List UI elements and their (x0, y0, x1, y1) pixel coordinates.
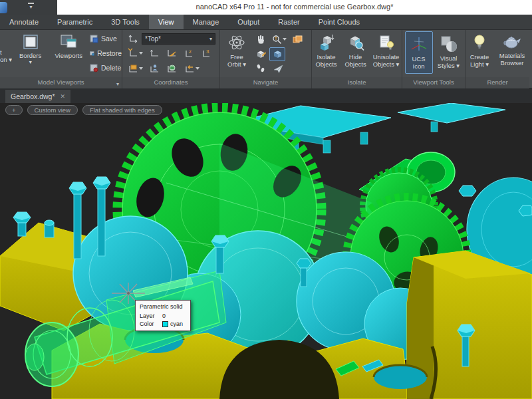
model-space-viewport[interactable]: + Custom view Flat shaded with edges (0, 103, 532, 399)
svg-text:3: 3 (206, 49, 209, 55)
ucs-arrow-icon (184, 63, 195, 74)
paper-plane-icon (273, 64, 283, 74)
tab-close-icon[interactable]: ✕ (61, 93, 66, 100)
ucs-3point-button[interactable]: 3 (198, 46, 215, 61)
group-label-viewport-tools[interactable]: Viewport Tools (402, 77, 465, 88)
ucs-view-icon (128, 63, 138, 74)
nanocad-window: ▾ nanoCAD x64 Pro 11 - not for commercia… (0, 0, 532, 399)
window-title: nanoCAD x64 Pro 11 - not for commercial … (57, 0, 532, 15)
ucs-icon-toggle-button[interactable]: UCS Icon (405, 31, 433, 74)
ucs-x-icon (128, 48, 138, 59)
restore-icon (90, 49, 94, 58)
visual-styles-button[interactable]: Visual Styles ▾ (435, 31, 463, 76)
viewport-configuration-button[interactable]: t on ▾ (0, 30, 12, 76)
ucs-object-button[interactable] (163, 46, 180, 61)
fly-button[interactable] (269, 61, 287, 76)
walk-3d-button[interactable] (252, 47, 269, 61)
hide-objects-button[interactable]: Hide Objects (342, 30, 369, 76)
zoom-button[interactable] (269, 32, 289, 47)
quick-access-toolbar: ▾ (0, 0, 57, 15)
walk-button[interactable] (252, 61, 269, 76)
viewports-icon (60, 34, 77, 50)
restore-viewport-button[interactable]: Restore (88, 47, 122, 61)
motion-windows-icon (293, 35, 303, 44)
app-logo-icon[interactable] (0, 2, 7, 13)
svg-text:z: z (189, 49, 192, 55)
shaded-cube-icon (273, 49, 283, 59)
constrained-orbit-button[interactable] (269, 47, 285, 61)
light-bulb-icon (471, 34, 487, 51)
unisolate-objects-button[interactable]: Unisolate Objects ▾ (370, 30, 402, 76)
tab-point-clouds[interactable]: Point Clouds (309, 15, 369, 29)
group-label-coordinates[interactable]: Coordinates (122, 77, 219, 88)
viewport-add-button[interactable]: + (5, 105, 23, 115)
ucs-3point-icon: 3 (201, 48, 211, 59)
object-tooltip: Parametric solid Layer 0 Color cyan (135, 300, 191, 331)
cube-edit-icon (256, 49, 266, 59)
viewports-button[interactable]: Viewports (49, 30, 88, 76)
ucs-angle-icon (166, 48, 177, 59)
ucs-axis-icon (128, 33, 138, 44)
tab-3d-tools[interactable]: 3D Tools (102, 15, 149, 29)
tooltip-layer-value: 0 (162, 313, 166, 319)
ucs-z-icon: z (184, 48, 194, 59)
ribbon-group-viewport-tools: UCS Icon Visual Styles ▾ Viewport Tools (402, 30, 466, 88)
ucs-axis-button[interactable] (124, 31, 142, 46)
teapot-icon (503, 34, 521, 50)
unisolate-objects-icon (378, 34, 395, 51)
ucs-combo-box[interactable]: *Top* ▾ (142, 33, 215, 45)
ucs-world-origin-button[interactable] (163, 61, 180, 76)
title-bar: ▾ nanoCAD x64 Pro 11 - not for commercia… (0, 0, 532, 15)
show-motion-button[interactable] (289, 32, 307, 47)
ucs-restore-button[interactable] (180, 61, 203, 76)
tab-manage[interactable]: Manage (184, 15, 229, 29)
viewport-visual-style-control[interactable]: Flat shaded with edges (82, 105, 162, 115)
ucs-named-button[interactable] (146, 61, 163, 76)
ucs-z-axis-button[interactable]: z (180, 46, 198, 61)
ucs-view-button[interactable] (124, 61, 146, 76)
isolate-objects-button[interactable]: Isolate Objects (312, 30, 340, 76)
ucs-globe-icon (166, 63, 177, 74)
ribbon: t on ▾ Borders ▾ (0, 30, 532, 88)
delete-viewport-button[interactable]: Delete (88, 61, 122, 75)
create-light-button[interactable]: Create Light ▾ (466, 30, 493, 76)
save-icon (90, 35, 98, 43)
3d-scene[interactable] (0, 103, 532, 399)
group-label-render[interactable]: Render (466, 77, 529, 88)
materials-browser-button[interactable]: Materials Browser (495, 30, 529, 76)
ucs-previous-button[interactable] (146, 46, 163, 61)
tooltip-title: Parametric solid (140, 303, 186, 310)
ucs-world-button[interactable] (124, 46, 146, 61)
tooltip-color-label: Color (140, 321, 162, 327)
tab-annotate[interactable]: Annotate (0, 15, 48, 29)
ucs-plain-icon (149, 48, 160, 59)
group-label-navigate[interactable]: Navigate (220, 77, 311, 88)
hide-objects-icon (347, 34, 364, 51)
tab-output[interactable]: Output (228, 15, 269, 29)
tooltip-color-value: cyan (170, 321, 183, 327)
orbit-atom-icon (228, 34, 245, 51)
save-viewport-button[interactable]: Save (88, 32, 122, 46)
visual-styles-icon (440, 35, 458, 53)
footprints-icon (256, 64, 265, 73)
ribbon-group-isolate: Isolate Objects Hide Objects (312, 30, 402, 88)
viewport-controls: + Custom view Flat shaded with edges (5, 105, 162, 115)
ucs-person-icon (149, 63, 160, 74)
viewport-view-control[interactable]: Custom view (27, 105, 78, 115)
free-orbit-button[interactable]: Free Orbit ▾ (221, 30, 252, 76)
tooltip-layer-label: Layer (140, 313, 162, 319)
tab-raster[interactable]: Raster (269, 15, 309, 29)
group-label-isolate[interactable]: Isolate (312, 77, 402, 88)
tab-view[interactable]: View (149, 15, 184, 29)
ribbon-group-render: Create Light ▾ Materials Browser (466, 30, 529, 88)
color-swatch (162, 321, 168, 327)
group-label-model-viewports[interactable]: Model Viewports ▾ (0, 77, 122, 88)
tab-parametric[interactable]: Parametric (48, 15, 102, 29)
borders-button[interactable]: Borders ▾ (12, 30, 49, 76)
ribbon-group-navigate: Free Orbit ▾ (220, 30, 312, 88)
quick-access-customize-button[interactable]: ▾ (28, 3, 34, 10)
ribbon-group-coordinates: *Top* ▾ (122, 30, 220, 88)
delete-icon (90, 64, 98, 72)
document-tab-gearbox[interactable]: Gearbox.dwg* ✕ (5, 90, 70, 103)
pan-button[interactable] (252, 32, 269, 47)
